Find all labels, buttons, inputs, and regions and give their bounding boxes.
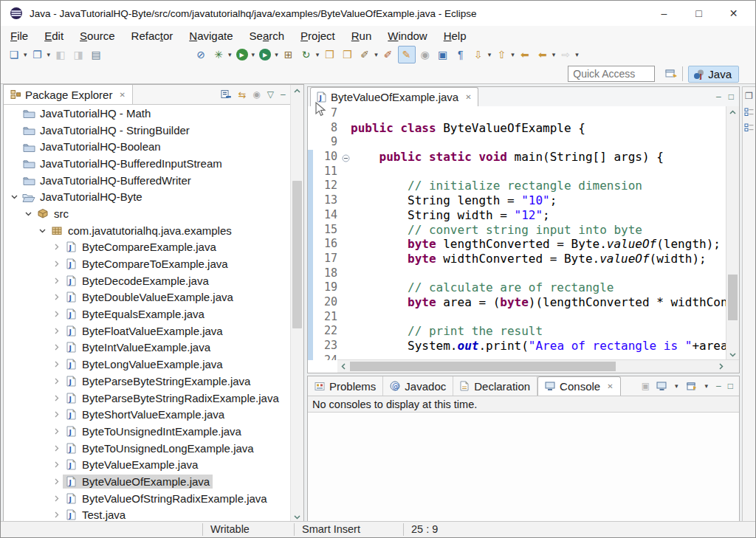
scroll-up-icon[interactable] [291, 85, 303, 97]
tree-item-byteshortvalueexample-java[interactable]: JByteShortValueExample.java [4, 406, 303, 423]
back-button[interactable]: ⬅ [535, 46, 551, 63]
tree-item-byteparsebytestringexample-java[interactable]: JByteParseByteStringExample.java [4, 373, 303, 390]
code-line-11[interactable]: 11 [308, 165, 726, 179]
chevron-right-icon[interactable] [50, 395, 63, 401]
open-console-icon[interactable] [687, 382, 698, 391]
open-perspective-icon[interactable] [665, 69, 677, 79]
tree-item-content[interactable]: JavaTutorialHQ - Math [21, 106, 154, 120]
code-line-17[interactable]: 17 byte widthConverted = Byte.valueOf(wi… [308, 252, 726, 266]
tree-item-content[interactable]: JByteEqualsExample.java [63, 307, 207, 321]
package-explorer-scrollbar[interactable] [290, 85, 303, 523]
new-java-project-button[interactable]: ❐ [30, 46, 46, 63]
code-line-7[interactable]: 7 [308, 106, 726, 121]
menu-source[interactable]: Source [72, 27, 123, 44]
show-whitespace-button[interactable]: ¶ [453, 46, 469, 63]
tree-item-content[interactable]: JByteShortValueExample.java [63, 407, 227, 421]
chevron-right-icon[interactable] [50, 495, 63, 502]
open-resource-button[interactable]: ❒ [339, 46, 355, 63]
mark-occurrences-button[interactable]: ✎ [398, 46, 416, 63]
search-dropdown-icon[interactable]: ▾ [374, 51, 378, 58]
tree-item-content[interactable]: JByteParseByteStringRadixExample.java [63, 391, 282, 405]
code-line-15[interactable]: 15 // convert string input into byte [308, 223, 726, 238]
code-line-18[interactable]: 18 [308, 266, 726, 281]
tree-item-content[interactable]: com.javatutorialhq.java.examples [49, 224, 235, 238]
forward-dropdown-icon[interactable]: ▾ [575, 51, 579, 58]
tree-item-bytecompareexample-java[interactable]: JByteCompareExample.java [4, 239, 303, 256]
maximize-editor-icon[interactable]: □ [729, 92, 734, 101]
minimized-view-icon[interactable] [744, 123, 754, 132]
java-perspective-button[interactable]: J Java [688, 66, 739, 83]
tree-item-byteintvalueexample-java[interactable]: JByteIntValueExample.java [4, 339, 303, 356]
tree-item-content[interactable]: JavaTutorialHQ-Boolean [21, 139, 164, 154]
scroll-right-icon[interactable] [715, 360, 726, 373]
back-dropdown-icon[interactable]: ▾ [552, 51, 556, 58]
tree-item-content[interactable]: JavaTutorialHQ-BufferedInputStream [21, 156, 225, 170]
scroll-up-icon[interactable] [726, 106, 739, 118]
menu-edit[interactable]: Edit [36, 27, 72, 44]
tree-item-byteequalsexample-java[interactable]: JByteEqualsExample.java [4, 306, 303, 323]
menu-file[interactable]: File [2, 27, 36, 44]
tree-item-test-java[interactable]: JTest.java [4, 507, 303, 523]
debug-button[interactable]: ✳ [210, 46, 227, 63]
new-wizard-button[interactable]: ❏ [6, 46, 22, 63]
scroll-left-icon[interactable] [337, 360, 349, 373]
menu-help[interactable]: Help [436, 27, 475, 44]
chevron-right-icon[interactable] [50, 261, 63, 267]
tree-item-bytefloatvalueexample-java[interactable]: JByteFloatValueExample.java [4, 323, 303, 339]
menu-window[interactable]: Window [379, 27, 435, 44]
code-line-14[interactable]: 14 String width = "12"; [308, 208, 726, 223]
previous-annotation-dropdown-icon[interactable]: ▾ [511, 51, 515, 58]
tree-item-bytevalueexample-java[interactable]: JByteValueExample.java [4, 456, 303, 473]
chevron-down-icon[interactable] [8, 193, 21, 200]
code-line-21[interactable]: 21 [308, 310, 726, 325]
package-explorer-tab[interactable]: Package Explorer ✕ [4, 85, 133, 104]
run-button[interactable]: ▶ [234, 46, 250, 63]
outline-view-icon[interactable] [744, 108, 754, 117]
code-line-13[interactable]: 13 String length = "10"; [308, 193, 726, 208]
scrollbar-thumb[interactable] [350, 362, 616, 371]
tree-item-content[interactable]: JByteToUnsignedIntExample.java [63, 424, 244, 438]
chevron-down-icon[interactable]: ▾ [675, 382, 678, 390]
tree-item-content[interactable]: JByteValueExample.java [63, 458, 201, 472]
tree-item-content[interactable]: JavaTutorialHQ-Byte [21, 190, 145, 204]
tree-item-content[interactable]: JByteDecodeExample.java [63, 274, 212, 288]
update-project-dropdown-icon[interactable]: ▾ [316, 51, 320, 58]
search-button[interactable]: ✐ [357, 46, 373, 63]
display-selected-console-icon[interactable] [656, 382, 667, 391]
menu-navigate[interactable]: Navigate [181, 27, 241, 44]
tree-item-content[interactable]: JavaTutorialHQ - StringBuilder [21, 123, 193, 137]
close-view-icon[interactable]: ✕ [119, 91, 125, 99]
tree-item-content[interactable]: src [35, 207, 72, 221]
tree-item-content[interactable]: JByteFloatValueExample.java [63, 324, 226, 338]
tree-item-javatutorialhq-boolean[interactable]: JavaTutorialHQ-Boolean [4, 138, 303, 155]
view-menu-chevron-icon[interactable]: ▽ [267, 90, 274, 99]
chevron-right-icon[interactable] [50, 478, 63, 485]
code-line-23[interactable]: 23 System.out.print("Area of rectangle i… [308, 339, 726, 354]
chevron-down-icon[interactable] [36, 227, 49, 234]
tree-item-bytetounsignedintexample-java[interactable]: JByteToUnsignedIntExample.java [4, 423, 303, 440]
next-annotation-dropdown-icon[interactable]: ▾ [488, 51, 492, 58]
chevron-right-icon[interactable] [50, 311, 63, 317]
code-line-8[interactable]: 8public class ByteValueOfExample { [308, 121, 726, 136]
minimize-button[interactable]: – [647, 1, 681, 26]
new-java-project-dropdown-icon[interactable]: ▾ [47, 51, 51, 58]
view-menu-icon[interactable]: ◉ [252, 89, 260, 100]
tree-item-javatutorialhq-bufferedinputstream[interactable]: JavaTutorialHQ-BufferedInputStream [4, 155, 303, 172]
menu-search[interactable]: Search [241, 27, 293, 44]
tree-item-content[interactable]: JByteDoubleValueExample.java [63, 290, 236, 304]
run-external-tools-button[interactable]: ▶ [257, 46, 273, 63]
tree-item-com-javatutorialhq-java-examples[interactable]: com.javatutorialhq.java.examples [4, 222, 303, 239]
previous-annotation-button[interactable]: ⇧ [493, 46, 509, 63]
chevron-right-icon[interactable] [50, 445, 63, 452]
menu-run[interactable]: Run [343, 27, 380, 44]
chevron-down-icon[interactable]: ▾ [705, 382, 709, 390]
code-line-22[interactable]: 22 // print the result [308, 324, 726, 339]
close-button[interactable]: ✕ [716, 1, 751, 26]
link-with-editor-icon[interactable]: ⇆ [238, 89, 246, 100]
last-edit-location-button[interactable]: ⬅ [517, 46, 533, 63]
code-line-19[interactable]: 19 // calculate are of rectangle [308, 280, 726, 295]
scrollbar-thumb[interactable] [728, 275, 738, 320]
fold-collapse-icon[interactable] [340, 151, 351, 162]
close-editor-icon[interactable]: ✕ [465, 93, 471, 101]
code-line-9[interactable]: 9 [308, 135, 726, 150]
